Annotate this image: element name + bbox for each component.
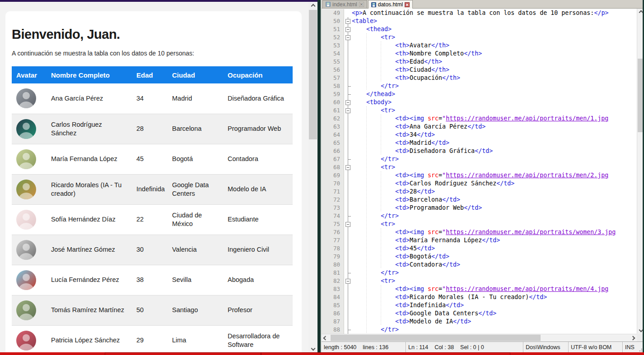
scrollbar-thumb[interactable] [331, 335, 541, 341]
code-line[interactable]: <td>Programador Web</td> [352, 204, 637, 212]
code-line[interactable]: <td><img src="https://randomuser.me/api/… [352, 285, 637, 293]
code-line[interactable]: <th>Avatar</th> [352, 41, 637, 50]
pane-divider[interactable] [317, 0, 321, 355]
fold-marker [345, 106, 352, 115]
fold-marker [345, 66, 352, 74]
table-row: María Fernanda López45BogotáContadora [12, 144, 293, 174]
code-line[interactable]: <p>A continuación se muestra la tabla co… [352, 9, 637, 17]
code-line[interactable]: </tr> [352, 82, 637, 90]
code-line[interactable]: <td>Modelo de IA</td> [352, 318, 637, 326]
column-header: Ocupación [223, 66, 293, 83]
code-line[interactable]: <td>Barcelona</td> [352, 196, 637, 204]
code-line[interactable]: <th>Edad</th> [352, 58, 637, 66]
browser-pane: Bienvenido, Juan. A continuación se mues… [0, 0, 317, 355]
scroll-right-button[interactable] [629, 334, 637, 341]
fold-marker [345, 74, 352, 82]
status-eol-format[interactable]: Dos\Windows [523, 342, 569, 352]
code-line[interactable]: <td>45</td> [352, 244, 637, 253]
code-line[interactable]: <td>Contadora</td> [352, 261, 637, 269]
column-header: Nombre Completo [47, 66, 132, 83]
code-line[interactable]: <tr> [352, 33, 637, 41]
code-line[interactable]: <td>34</td> [352, 131, 637, 139]
code-line[interactable]: <tbody> [352, 98, 637, 106]
code-line[interactable]: <tr> [352, 220, 637, 228]
code-editor[interactable]: 4950515253545556575859606162636465666768… [322, 9, 637, 334]
code-line[interactable]: <td><img src="https://randomuser.me/api/… [352, 115, 637, 123]
code-line[interactable]: <td>Madrid</td> [352, 139, 637, 147]
fold-marker [345, 25, 352, 33]
code-line[interactable]: <tr> [352, 163, 637, 171]
tab-datos-html[interactable]: datos.html ✕ [368, 0, 413, 9]
code-line[interactable]: <th>Nombre Completo</th> [352, 50, 637, 58]
code-line[interactable]: <td>Indefinida</td> [352, 301, 637, 309]
code-area[interactable]: <p>A continuación se muestra la tabla co… [352, 9, 637, 334]
scroll-left-button[interactable] [322, 334, 329, 341]
code-line[interactable]: <td>Ana García Pérez</td> [352, 123, 637, 131]
column-header: Avatar [12, 66, 47, 83]
fold-collapse-icon[interactable] [345, 19, 350, 24]
intro-text: A continuación se muestra la tabla con l… [12, 50, 295, 57]
chevron-up-icon [311, 4, 315, 8]
fold-marker [345, 58, 352, 66]
code-line[interactable]: <td>Diseñadora Gráfica</td> [352, 147, 637, 155]
code-line[interactable]: <tr> [352, 106, 637, 115]
line-number: 76 [322, 228, 344, 236]
fold-marker [345, 17, 352, 25]
fold-collapse-icon[interactable] [345, 108, 350, 113]
person-city: Valencia [168, 235, 223, 265]
line-number: 57 [322, 74, 344, 82]
code-line[interactable]: <td>Ricardo Morales (IA - Tu creador)</t… [352, 293, 637, 301]
fold-marker [345, 261, 352, 269]
tab-index-html[interactable]: index.html ✕ [322, 0, 367, 8]
code-line[interactable]: </tr> [352, 326, 637, 334]
person-city: Bogotá [168, 144, 223, 174]
editor-horizontal-scrollbar[interactable] [322, 334, 637, 341]
fold-collapse-icon[interactable] [345, 279, 350, 284]
code-line[interactable]: <th>Ciudad</th> [352, 66, 637, 74]
person-job: Contadora [223, 144, 293, 174]
code-line[interactable]: <td>Google Data Centers</td> [352, 309, 637, 318]
fold-collapse-icon[interactable] [345, 27, 350, 32]
code-line[interactable]: <thead> [352, 25, 637, 33]
close-tab-icon[interactable]: ✕ [405, 2, 410, 7]
line-number: 62 [322, 115, 344, 123]
line-number: 60 [322, 98, 344, 106]
code-line[interactable]: </tr> [352, 155, 637, 163]
code-line[interactable]: <td>Bogotá</td> [352, 253, 637, 261]
code-line[interactable]: <td><img src="https://randomuser.me/api/… [352, 228, 637, 236]
code-line[interactable]: <tr> [352, 277, 637, 285]
fold-marker [345, 163, 352, 171]
browser-vertical-scrollbar[interactable] [308, 2, 317, 352]
code-line[interactable]: <td>28</td> [352, 188, 637, 196]
code-line[interactable]: <table> [352, 17, 637, 25]
code-line[interactable]: <td><img src="https://randomuser.me/api/… [352, 171, 637, 180]
status-insert-mode[interactable]: INS [623, 342, 637, 352]
code-line[interactable]: <th>Ocupación</th> [352, 74, 637, 82]
code-line[interactable]: <td>María Fernanda López</td> [352, 236, 637, 244]
person-city: Barcelona [168, 114, 223, 144]
status-encoding[interactable]: UTF-8 w/o BOM [569, 342, 623, 352]
scrollbar-thumb[interactable] [309, 10, 317, 139]
code-line[interactable]: <td>Carlos Rodríguez Sánchez</td> [352, 180, 637, 188]
person-name: Sofía Hernández Díaz [47, 204, 132, 235]
fold-collapse-icon[interactable] [345, 35, 350, 40]
code-line[interactable]: </tr> [352, 212, 637, 220]
fold-collapse-icon[interactable] [345, 100, 350, 105]
fold-marker [345, 147, 352, 155]
close-tab-icon[interactable]: ✕ [359, 2, 364, 7]
tab-label: datos.html [378, 1, 403, 8]
fold-collapse-icon[interactable] [345, 222, 350, 227]
scroll-up-button[interactable] [308, 2, 317, 10]
fold-collapse-icon[interactable] [345, 165, 350, 170]
chevron-down-icon [311, 346, 315, 350]
line-number: 79 [322, 253, 344, 261]
line-number: 50 [322, 17, 344, 25]
person-city: Madrid [168, 83, 223, 114]
tab-label: index.html [332, 1, 357, 8]
person-age: 29 [132, 325, 168, 355]
code-line[interactable]: </tr> [352, 269, 637, 277]
code-line[interactable]: </thead> [352, 90, 637, 98]
scroll-down-button[interactable] [308, 344, 317, 352]
status-length-info: length : 5040 lines : 136 [322, 342, 406, 352]
line-number: 58 [322, 82, 344, 90]
